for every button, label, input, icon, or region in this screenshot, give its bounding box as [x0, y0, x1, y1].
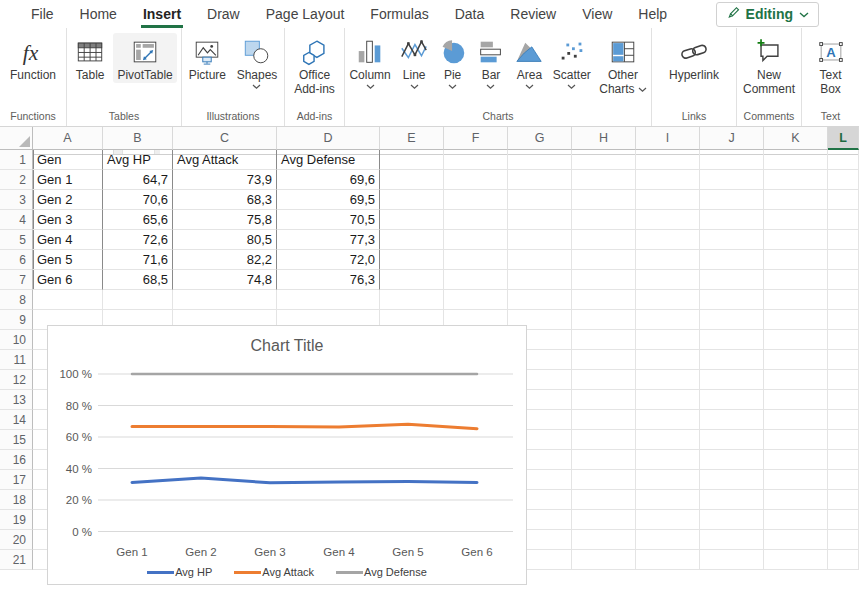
row-header-10[interactable]: 10 — [0, 330, 33, 350]
cell-L6[interactable] — [828, 250, 859, 270]
cell-I5[interactable] — [636, 230, 700, 250]
cell-D4[interactable]: 70,5 — [277, 210, 380, 230]
editing-mode-button[interactable]: Editing — [716, 2, 819, 27]
cell-G1[interactable] — [508, 150, 572, 170]
cell-K14[interactable] — [764, 410, 828, 430]
cell-B8[interactable] — [103, 290, 173, 310]
row-header-20[interactable]: 20 — [0, 530, 33, 550]
cell-G6[interactable] — [508, 250, 572, 270]
cell-K11[interactable] — [764, 350, 828, 370]
tab-home[interactable]: Home — [67, 2, 130, 27]
cell-B6[interactable]: 71,6 — [103, 250, 173, 270]
cell-G8[interactable] — [508, 290, 572, 310]
row-header-7[interactable]: 7 — [0, 270, 33, 290]
select-all-button[interactable] — [0, 127, 33, 150]
cell-L17[interactable] — [828, 470, 859, 490]
cell-I21[interactable] — [636, 550, 700, 570]
cell-L9[interactable] — [828, 310, 859, 330]
cell-K6[interactable] — [764, 250, 828, 270]
cell-F7[interactable] — [444, 270, 508, 290]
tab-formulas[interactable]: Formulas — [357, 2, 441, 27]
row-header-8[interactable]: 8 — [0, 290, 33, 310]
ribbon-button-new-comment[interactable]: NewComment — [739, 33, 799, 97]
cell-G3[interactable] — [508, 190, 572, 210]
ribbon-button-column[interactable]: Column — [345, 33, 394, 92]
cell-E8[interactable] — [380, 290, 444, 310]
cell-D5[interactable]: 77,3 — [277, 230, 380, 250]
cell-K20[interactable] — [764, 530, 828, 550]
cell-C1[interactable]: Avg Attack — [173, 150, 277, 170]
tab-file[interactable]: File — [18, 2, 67, 27]
cell-J14[interactable] — [700, 410, 764, 430]
cell-D7[interactable]: 76,3 — [277, 270, 380, 290]
cell-G7[interactable] — [508, 270, 572, 290]
cell-K13[interactable] — [764, 390, 828, 410]
cell-H12[interactable] — [572, 370, 636, 390]
cell-K19[interactable] — [764, 510, 828, 530]
cell-L19[interactable] — [828, 510, 859, 530]
cell-J12[interactable] — [700, 370, 764, 390]
cell-F2[interactable] — [444, 170, 508, 190]
row-header-16[interactable]: 16 — [0, 450, 33, 470]
cell-L14[interactable] — [828, 410, 859, 430]
ribbon-button-scatter[interactable]: Scatter — [549, 33, 595, 92]
cell-C5[interactable]: 80,5 — [173, 230, 277, 250]
ribbon-button-picture[interactable]: Picture — [185, 33, 230, 83]
cell-A4[interactable]: Gen 3 — [33, 210, 103, 230]
cell-I10[interactable] — [636, 330, 700, 350]
cell-B1[interactable]: Avg HP — [103, 150, 173, 170]
cell-L20[interactable] — [828, 530, 859, 550]
cell-J15[interactable] — [700, 430, 764, 450]
cell-I13[interactable] — [636, 390, 700, 410]
cell-K17[interactable] — [764, 470, 828, 490]
cell-H18[interactable] — [572, 490, 636, 510]
row-header-14[interactable]: 14 — [0, 410, 33, 430]
ribbon-button-bar[interactable]: Bar — [472, 33, 510, 92]
row-header-17[interactable]: 17 — [0, 470, 33, 490]
cell-I18[interactable] — [636, 490, 700, 510]
cell-L11[interactable] — [828, 350, 859, 370]
cell-C4[interactable]: 75,8 — [173, 210, 277, 230]
cell-I7[interactable] — [636, 270, 700, 290]
column-header-e[interactable]: E — [380, 127, 444, 150]
cell-G5[interactable] — [508, 230, 572, 250]
column-header-j[interactable]: J — [700, 127, 764, 150]
cell-J5[interactable] — [700, 230, 764, 250]
cell-C2[interactable]: 73,9 — [173, 170, 277, 190]
cell-L3[interactable] — [828, 190, 859, 210]
cell-K18[interactable] — [764, 490, 828, 510]
cell-I8[interactable] — [636, 290, 700, 310]
cell-K2[interactable] — [764, 170, 828, 190]
cell-L15[interactable] — [828, 430, 859, 450]
cell-H8[interactable] — [572, 290, 636, 310]
tab-draw[interactable]: Draw — [194, 2, 253, 27]
column-header-d[interactable]: D — [277, 127, 380, 150]
row-header-1[interactable]: 1 — [0, 150, 33, 170]
cell-K12[interactable] — [764, 370, 828, 390]
cell-H1[interactable] — [572, 150, 636, 170]
column-header-l[interactable]: L — [828, 127, 859, 150]
cell-K15[interactable] — [764, 430, 828, 450]
cell-I2[interactable] — [636, 170, 700, 190]
cell-F6[interactable] — [444, 250, 508, 270]
cell-L13[interactable] — [828, 390, 859, 410]
cell-I19[interactable] — [636, 510, 700, 530]
cell-B5[interactable]: 72,6 — [103, 230, 173, 250]
cell-K21[interactable] — [764, 550, 828, 570]
cell-I14[interactable] — [636, 410, 700, 430]
cell-E5[interactable] — [380, 230, 444, 250]
cell-H10[interactable] — [572, 330, 636, 350]
row-header-21[interactable]: 21 — [0, 550, 33, 570]
embedded-chart[interactable]: Chart Title 0 %20 %40 %60 %80 %100 %Gen … — [47, 325, 527, 585]
cell-J17[interactable] — [700, 470, 764, 490]
cell-K3[interactable] — [764, 190, 828, 210]
cell-K7[interactable] — [764, 270, 828, 290]
cell-H14[interactable] — [572, 410, 636, 430]
cell-F4[interactable] — [444, 210, 508, 230]
cell-J11[interactable] — [700, 350, 764, 370]
cell-L16[interactable] — [828, 450, 859, 470]
cell-L10[interactable] — [828, 330, 859, 350]
tab-page-layout[interactable]: Page Layout — [253, 2, 358, 27]
cell-F3[interactable] — [444, 190, 508, 210]
column-header-a[interactable]: A — [33, 127, 103, 150]
